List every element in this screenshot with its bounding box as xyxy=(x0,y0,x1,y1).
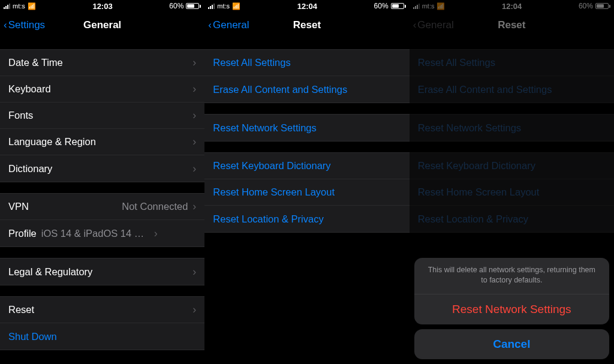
battery-icon xyxy=(186,3,201,9)
carrier-label: mt:s xyxy=(13,2,25,10)
row-reset-all[interactable]: Reset All Settings xyxy=(204,50,409,76)
wifi-icon: 📶 xyxy=(28,2,36,10)
row-label: Reset All Settings xyxy=(418,57,606,68)
screen-reset: mt:s 📶 12:04 60% ‹ General Reset Reset A… xyxy=(204,0,409,364)
cancel-button[interactable]: Cancel xyxy=(414,329,609,359)
chevron-right-icon: › xyxy=(192,266,196,278)
row-date-time[interactable]: Date & Time › xyxy=(0,50,204,76)
reset-network-confirm-button[interactable]: Reset Network Settings xyxy=(414,294,609,324)
status-left: mt:s 📶 xyxy=(413,2,446,10)
clock: 12:04 xyxy=(502,2,522,11)
screen-general: mt:s 📶 12:03 60% ‹ Settings General Date… xyxy=(0,0,204,364)
status-right: 60% xyxy=(579,2,610,10)
signal-bars-icon xyxy=(4,4,10,9)
row-keyboard[interactable]: Keyboard › xyxy=(0,76,204,103)
row-value: iOS 14 & iPadOS 14 Beta Softwar... xyxy=(41,228,149,239)
row-label: Erase All Content and Settings xyxy=(418,84,606,95)
signal-bars-icon xyxy=(208,4,215,9)
chevron-right-icon: › xyxy=(192,163,196,175)
battery-percent: 60% xyxy=(579,2,593,10)
row-label: Date & Time xyxy=(8,57,191,68)
row-label: Profile xyxy=(8,228,37,239)
chevron-right-icon: › xyxy=(154,227,158,240)
row-value: Not Connected xyxy=(122,201,188,212)
row-reset-home[interactable]: Reset Home Screen Layout xyxy=(204,179,409,206)
row-erase-all[interactable]: Erase All Content and Settings xyxy=(204,76,409,103)
group-reset: Reset › Shut Down xyxy=(0,296,204,350)
row-reset-home: Reset Home Screen Layout xyxy=(410,179,614,206)
row-label: Reset Keyboard Dictionary xyxy=(418,160,606,172)
screen-reset-confirm: mt:s 📶 12:04 60% ‹ General Reset Reset A… xyxy=(410,0,614,364)
chevron-right-icon: › xyxy=(192,56,196,69)
row-label: Erase All Content and Settings xyxy=(213,84,401,95)
row-label: Legal & Regulatory xyxy=(8,266,191,278)
row-label: Language & Region xyxy=(8,136,191,148)
carrier-label: mt:s xyxy=(422,2,435,10)
row-label: Reset Network Settings xyxy=(418,122,606,134)
action-sheet-card: This will delete all network settings, r… xyxy=(414,258,609,324)
row-label: Reset Location & Privacy xyxy=(418,213,606,225)
row-label: Keyboard xyxy=(8,83,191,95)
wifi-icon: 📶 xyxy=(232,2,240,10)
row-reset-network[interactable]: Reset Network Settings xyxy=(204,115,409,141)
row-shutdown[interactable]: Shut Down xyxy=(0,323,204,350)
row-reset-network: Reset Network Settings xyxy=(410,115,614,141)
row-fonts[interactable]: Fonts › xyxy=(0,103,204,129)
row-label: Reset Keyboard Dictionary xyxy=(213,160,401,172)
group-reset2: Reset Network Settings xyxy=(410,114,614,142)
row-erase-all: Erase All Content and Settings xyxy=(410,76,614,103)
nav-bar: ‹ General Reset xyxy=(204,12,409,38)
group-reset2: Reset Network Settings xyxy=(204,114,409,142)
row-label: VPN xyxy=(8,201,122,212)
row-reset-keyboard[interactable]: Reset Keyboard Dictionary xyxy=(204,153,409,179)
chevron-left-icon: ‹ xyxy=(208,19,212,31)
chevron-right-icon: › xyxy=(192,303,196,316)
battery-percent: 60% xyxy=(374,2,389,10)
status-bar: mt:s 📶 12:03 60% xyxy=(0,0,204,12)
clock: 12:04 xyxy=(297,2,317,11)
action-sheet-cancel-card: Cancel xyxy=(414,329,609,359)
nav-bar: ‹ Settings General xyxy=(0,12,204,38)
back-button: ‹ General xyxy=(413,12,454,38)
status-left: mt:s 📶 xyxy=(208,2,240,10)
group-reset1: Reset All Settings Erase All Content and… xyxy=(204,49,409,103)
row-reset-keyboard: Reset Keyboard Dictionary xyxy=(410,153,614,179)
battery-icon xyxy=(595,3,610,9)
nav-bar: ‹ General Reset xyxy=(410,12,614,38)
row-label: Reset Home Screen Layout xyxy=(418,186,606,198)
row-label: Fonts xyxy=(8,110,191,121)
chevron-right-icon: › xyxy=(192,83,196,95)
row-dictionary[interactable]: Dictionary › xyxy=(0,155,204,182)
row-vpn[interactable]: VPN Not Connected › xyxy=(0,194,204,220)
row-reset[interactable]: Reset › xyxy=(0,297,204,323)
wifi-icon: 📶 xyxy=(437,2,445,10)
status-bar: mt:s 📶 12:04 60% xyxy=(410,0,614,12)
carrier-label: mt:s xyxy=(217,2,230,10)
back-label: Settings xyxy=(8,19,45,31)
row-reset-location[interactable]: Reset Location & Privacy xyxy=(204,206,409,232)
chevron-right-icon: › xyxy=(192,136,196,148)
row-legal[interactable]: Legal & Regulatory › xyxy=(0,258,204,285)
back-button[interactable]: ‹ General xyxy=(208,12,249,38)
chevron-right-icon: › xyxy=(192,200,196,213)
status-right: 60% xyxy=(169,2,201,10)
group-legal: Legal & Regulatory › xyxy=(0,258,204,285)
status-right: 60% xyxy=(374,2,406,10)
row-label: Reset Network Settings xyxy=(213,122,401,134)
back-button[interactable]: ‹ Settings xyxy=(4,12,45,38)
action-sheet-message: This will delete all network settings, r… xyxy=(414,258,609,294)
group-reset1: Reset All Settings Erase All Content and… xyxy=(410,49,614,103)
back-label: General xyxy=(213,19,249,31)
row-language-region[interactable]: Language & Region › xyxy=(0,129,204,155)
battery-percent: 60% xyxy=(169,2,183,10)
group-reset3: Reset Keyboard Dictionary Reset Home Scr… xyxy=(410,152,614,233)
row-label: Reset Location & Privacy xyxy=(213,213,401,225)
row-profile[interactable]: Profile iOS 14 & iPadOS 14 Beta Softwar.… xyxy=(0,220,204,246)
status-left: mt:s 📶 xyxy=(4,2,36,10)
row-label: Reset xyxy=(8,304,191,315)
row-reset-all: Reset All Settings xyxy=(410,50,614,76)
clock: 12:03 xyxy=(92,2,112,11)
battery-icon xyxy=(391,3,406,9)
group-network: VPN Not Connected › Profile iOS 14 & iPa… xyxy=(0,193,204,247)
back-label: General xyxy=(417,19,453,31)
